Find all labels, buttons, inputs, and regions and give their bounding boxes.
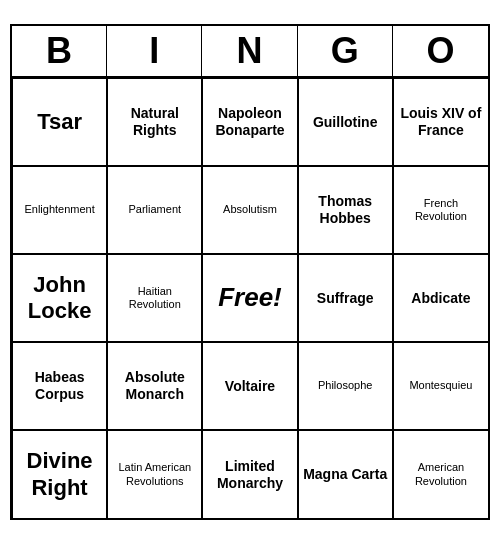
- bingo-cell-5: Enlightenment: [12, 166, 107, 254]
- cell-text-4: Louis XIV of France: [398, 105, 484, 139]
- cell-text-0: Tsar: [37, 109, 82, 135]
- bingo-cell-13: Suffrage: [298, 254, 393, 342]
- bingo-header: BINGO: [12, 26, 488, 78]
- header-letter-N: N: [202, 26, 297, 76]
- bingo-cell-22: Limited Monarchy: [202, 430, 297, 518]
- bingo-cell-7: Absolutism: [202, 166, 297, 254]
- bingo-cell-6: Parliament: [107, 166, 202, 254]
- bingo-cell-3: Guillotine: [298, 78, 393, 166]
- bingo-cell-11: Haitian Revolution: [107, 254, 202, 342]
- bingo-cell-10: John Locke: [12, 254, 107, 342]
- bingo-cell-24: American Revolution: [393, 430, 488, 518]
- bingo-cell-12: Free!: [202, 254, 297, 342]
- bingo-grid: TsarNatural RightsNapoleon BonaparteGuil…: [12, 78, 488, 518]
- bingo-cell-20: Divine Right: [12, 430, 107, 518]
- cell-text-16: Absolute Monarch: [112, 369, 197, 403]
- cell-text-9: French Revolution: [398, 197, 484, 223]
- cell-text-15: Habeas Corpus: [17, 369, 102, 403]
- cell-text-2: Napoleon Bonaparte: [207, 105, 292, 139]
- header-letter-O: O: [393, 26, 488, 76]
- cell-text-8: Thomas Hobbes: [303, 193, 388, 227]
- cell-text-12: Free!: [218, 282, 282, 313]
- cell-text-23: Magna Carta: [303, 466, 387, 483]
- bingo-cell-23: Magna Carta: [298, 430, 393, 518]
- cell-text-18: Philosophe: [318, 379, 372, 392]
- bingo-cell-14: Abdicate: [393, 254, 488, 342]
- bingo-cell-16: Absolute Monarch: [107, 342, 202, 430]
- cell-text-5: Enlightenment: [24, 203, 94, 216]
- bingo-cell-17: Voltaire: [202, 342, 297, 430]
- cell-text-19: Montesquieu: [409, 379, 472, 392]
- bingo-cell-4: Louis XIV of France: [393, 78, 488, 166]
- bingo-cell-15: Habeas Corpus: [12, 342, 107, 430]
- bingo-cell-8: Thomas Hobbes: [298, 166, 393, 254]
- cell-text-20: Divine Right: [17, 448, 102, 501]
- cell-text-10: John Locke: [17, 272, 102, 325]
- bingo-cell-19: Montesquieu: [393, 342, 488, 430]
- bingo-cell-9: French Revolution: [393, 166, 488, 254]
- header-letter-B: B: [12, 26, 107, 76]
- cell-text-11: Haitian Revolution: [112, 285, 197, 311]
- header-letter-G: G: [298, 26, 393, 76]
- bingo-card: BINGO TsarNatural RightsNapoleon Bonapar…: [10, 24, 490, 520]
- bingo-cell-2: Napoleon Bonaparte: [202, 78, 297, 166]
- cell-text-22: Limited Monarchy: [207, 458, 292, 492]
- header-letter-I: I: [107, 26, 202, 76]
- cell-text-6: Parliament: [129, 203, 182, 216]
- cell-text-3: Guillotine: [313, 114, 378, 131]
- bingo-cell-0: Tsar: [12, 78, 107, 166]
- bingo-cell-1: Natural Rights: [107, 78, 202, 166]
- cell-text-7: Absolutism: [223, 203, 277, 216]
- bingo-cell-21: Latin American Revolutions: [107, 430, 202, 518]
- cell-text-14: Abdicate: [411, 290, 470, 307]
- cell-text-17: Voltaire: [225, 378, 275, 395]
- cell-text-21: Latin American Revolutions: [112, 461, 197, 487]
- cell-text-13: Suffrage: [317, 290, 374, 307]
- cell-text-24: American Revolution: [398, 461, 484, 487]
- cell-text-1: Natural Rights: [112, 105, 197, 139]
- bingo-cell-18: Philosophe: [298, 342, 393, 430]
